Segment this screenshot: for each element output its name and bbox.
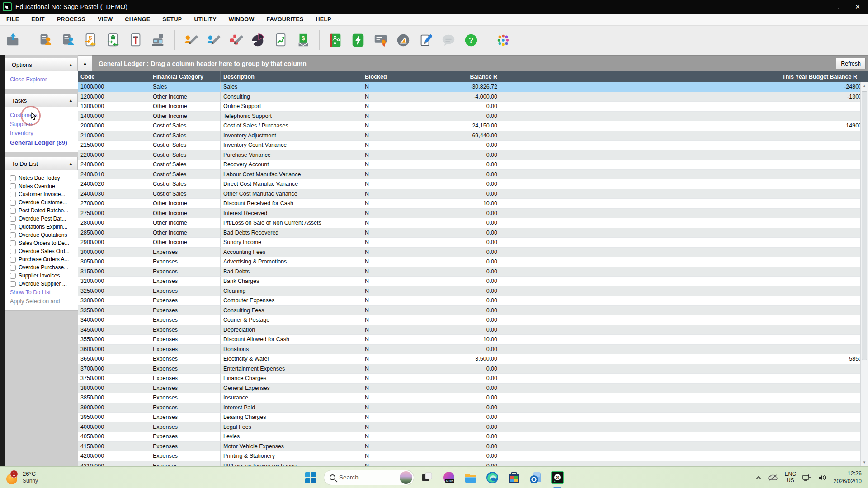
sage-pastel-taskbar-button[interactable]: 50 — [549, 469, 566, 486]
column-header-description[interactable]: Description — [221, 71, 362, 82]
ledger-row-2200-000[interactable]: 2200/000Cost of SalesPurchase VarianceN0… — [78, 150, 868, 160]
weather-widget[interactable]: 1 26°C Sunny — [0, 470, 108, 484]
ledger-row-3900-000[interactable]: 3900/000ExpensesInterest PaidN0.000 — [78, 403, 868, 413]
folder-export-icon[interactable] — [5, 32, 22, 49]
customer-documents-icon[interactable] — [37, 32, 54, 49]
outlook-button[interactable] — [527, 469, 544, 486]
ledger-row-3000-000[interactable]: 3000/000ExpensesAccounting FeesN0.000 — [78, 248, 868, 258]
show-todo-list-link[interactable]: Show To Do List — [10, 288, 78, 297]
menu-window[interactable]: WINDOW — [229, 16, 255, 23]
ledger-row-3800-000[interactable]: 3800/000ExpensesGeneral ExpensesN0.000 — [78, 384, 868, 394]
certificate-icon[interactable] — [372, 32, 389, 49]
language-indicator[interactable]: ENG US — [784, 471, 796, 484]
file-explorer-button[interactable] — [462, 469, 479, 486]
close-button[interactable]: ✕ — [847, 0, 868, 14]
menu-help[interactable]: HELP — [316, 16, 331, 23]
group-by-bar[interactable]: General Ledger : Drag a column header he… — [92, 55, 868, 71]
collapse-explorer-button[interactable]: ▲ — [78, 55, 92, 71]
todo-checkbox[interactable] — [10, 257, 16, 263]
ledger-row-3050-000[interactable]: 3050/000ExpensesAdvertising & Promotions… — [78, 257, 868, 267]
money-envelope-icon[interactable]: $ — [295, 32, 312, 49]
pie-chart-report-icon[interactable] — [250, 32, 267, 49]
vertical-scrollbar[interactable]: ▲ ▼ — [860, 82, 868, 466]
ledger-row-2000-000[interactable]: 2000/000Cost of SalesCost of Sales / Pur… — [78, 121, 868, 131]
ledger-row-3400-000[interactable]: 3400/000ExpensesCourier & PostageN0.000 — [78, 315, 868, 325]
tasks-panel-header[interactable]: Tasks ▲ — [5, 94, 78, 107]
todo-panel-header[interactable]: To Do List ▲ — [5, 157, 78, 170]
microsoft-365-button[interactable]: M365 — [440, 469, 458, 486]
currency-transactions-icon[interactable]: $ — [82, 32, 99, 49]
compass-explore-icon[interactable] — [395, 32, 412, 49]
ledger-row-3250-000[interactable]: 3250/000ExpensesCleaningN0.000 — [78, 286, 868, 296]
search-box[interactable]: Search — [324, 470, 414, 485]
edit-supplier-icon[interactable] — [204, 32, 222, 49]
microsoft-store-button[interactable] — [505, 469, 523, 486]
ledger-row-3650-000[interactable]: 3650/000ExpensesElectricity & WaterN3,50… — [78, 354, 868, 364]
collapse-arrow-icon[interactable]: ▲ — [69, 62, 73, 67]
ledger-row-2400-000[interactable]: 2400/000Cost of SalesRecovery AccountN0.… — [78, 160, 868, 170]
ledger-row-4210-000[interactable]: 4210/000ExpensesPft/Loss on foreign exch… — [78, 461, 868, 467]
menu-favourites[interactable]: FAVOURITES — [267, 16, 304, 23]
column-header-this-year-budget-balance-r[interactable]: This Year Budget Balance R — [500, 71, 860, 82]
refresh-button[interactable]: Refresh — [836, 58, 866, 69]
sidebar-item-general-ledger[interactable]: General Ledger (89) — [10, 138, 78, 147]
todo-checkbox[interactable] — [10, 224, 16, 230]
ledger-row-1000-000[interactable]: 1000/000SalesSalesN-30,826.72-248000 — [78, 82, 868, 92]
todo-checkbox[interactable] — [10, 281, 16, 287]
ledger-row-4000-000[interactable]: 4000/000ExpensesLegal FeesN0.000 — [78, 422, 868, 432]
ledger-row-3950-000[interactable]: 3950/000ExpensesLeasing ChargesN0.000 — [78, 413, 868, 422]
ledger-row-1200-000[interactable]: 1200/000Other IncomeConsultingN-4,000.00… — [78, 92, 868, 102]
ledger-row-2900-000[interactable]: 2900/000Other IncomeSundry IncomeN0.000 — [78, 238, 868, 248]
sidebar-item-customers[interactable]: Customers — [10, 111, 78, 120]
cash-register-icon[interactable] — [150, 32, 167, 49]
quick-launch-icon[interactable] — [349, 32, 367, 49]
column-journal-icon[interactable] — [127, 32, 144, 49]
menu-process[interactable]: PROCESS — [57, 16, 85, 23]
clock-widget[interactable]: 12:26 2026/02/10 — [833, 470, 862, 485]
apps-grid-icon[interactable] — [495, 32, 512, 49]
ledger-row-2800-000[interactable]: 2800/000Other IncomePft/Loss on Sale of … — [78, 218, 868, 228]
tray-chevron-up-icon[interactable] — [755, 475, 762, 480]
ledger-row-4150-000[interactable]: 4150/000ExpensesMotor Vehicle ExpensesN0… — [78, 442, 868, 452]
todo-checkbox[interactable] — [10, 175, 16, 181]
ledger-row-3700-000[interactable]: 3700/000ExpensesEntertainment ExpensesN0… — [78, 364, 868, 374]
help-icon[interactable]: ? — [462, 32, 480, 49]
ledger-row-3300-000[interactable]: 3300/000ExpensesComputer ExpensesN0.000 — [78, 296, 868, 306]
network-icon[interactable] — [802, 474, 811, 482]
menu-edit[interactable]: EDIT — [31, 16, 45, 23]
ledger-row-3350-000[interactable]: 3350/000ExpensesConsulting FeesN0.000 — [78, 306, 868, 316]
menu-setup[interactable]: SETUP — [162, 16, 182, 23]
ledger-row-3750-000[interactable]: 3750/000ExpensesFinance ChargesN0.000 — [78, 374, 868, 384]
todo-checkbox[interactable] — [10, 232, 16, 238]
menu-view[interactable]: VIEW — [98, 16, 113, 23]
scrollbar-thumb[interactable] — [862, 91, 867, 360]
todo-checkbox[interactable] — [10, 240, 16, 246]
todo-checkbox[interactable] — [10, 249, 16, 254]
scroll-down-icon[interactable]: ▼ — [861, 459, 868, 466]
ledger-row-2750-000[interactable]: 2750/000Other IncomeInterest ReceivedN0.… — [78, 209, 868, 219]
collapse-arrow-icon[interactable]: ▲ — [69, 161, 73, 166]
ledger-row-3550-000[interactable]: 3550/000ExpensesDiscount Allowed for Cas… — [78, 335, 868, 345]
menu-file[interactable]: FILE — [6, 16, 19, 23]
sidebar-item-inventory[interactable]: Inventory — [10, 129, 78, 138]
todo-checkbox[interactable] — [10, 273, 16, 279]
todo-checkbox[interactable] — [10, 265, 16, 271]
scroll-up-icon[interactable]: ▲ — [861, 82, 868, 90]
column-header-balance-r[interactable]: Balance R — [431, 71, 500, 82]
ledger-row-3200-000[interactable]: 3200/000ExpensesBank ChargesN0.000 — [78, 277, 868, 286]
ledger-row-3850-000[interactable]: 3850/000ExpensesInsuranceN0.000 — [78, 393, 868, 403]
trend-report-icon[interactable] — [272, 32, 289, 49]
ledger-row-3450-000[interactable]: 3450/000ExpensesDepreciationN0.000 — [78, 325, 868, 335]
bank-transactions-icon[interactable] — [104, 32, 122, 49]
ledger-row-1300-000[interactable]: 1300/000Other IncomeOnline SupportN0.000 — [78, 102, 868, 112]
menu-utility[interactable]: UTILITY — [194, 16, 217, 23]
ledger-row-4200-000[interactable]: 4200/000ExpensesPrinting & StationeryN0.… — [78, 451, 868, 461]
todo-checkbox[interactable] — [10, 192, 16, 197]
onedrive-paused-icon[interactable] — [768, 474, 778, 481]
supplier-documents-icon[interactable] — [59, 32, 76, 49]
todo-checkbox[interactable] — [10, 200, 16, 206]
ledger-row-1400-000[interactable]: 1400/000Other IncomeTelephonic SupportN0… — [78, 112, 868, 122]
edit-batch-icon[interactable] — [227, 32, 244, 49]
volume-icon[interactable] — [818, 474, 827, 481]
ledger-row-2400-020[interactable]: 2400/020Cost of SalesDirect Cost Manufac… — [78, 179, 868, 189]
